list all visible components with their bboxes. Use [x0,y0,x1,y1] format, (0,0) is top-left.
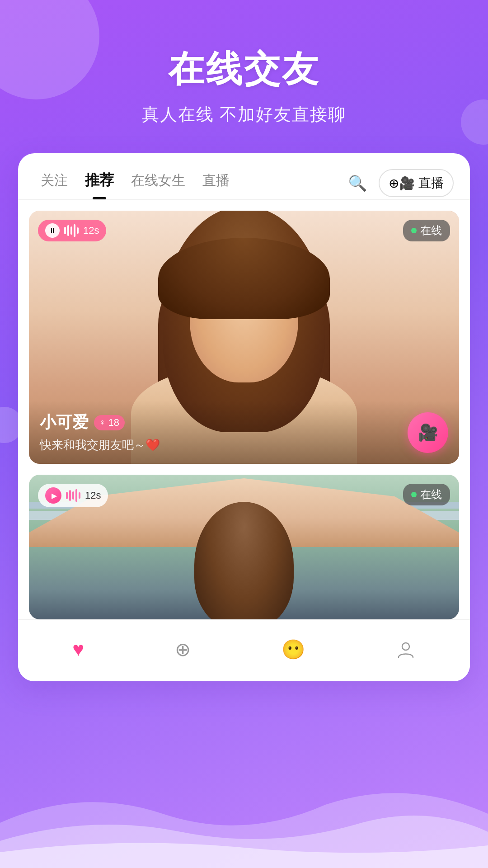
card1-info: 小可爱 ♀ 18 快来和我交朋友吧～❤️ [29,401,459,464]
user-bio: 快来和我交朋友吧～❤️ [40,437,448,453]
wave-bar-3 [70,226,72,235]
user-card-1[interactable]: 12s 在线 小可爱 ♀ 18 快来和我交朋友吧～❤️ [29,211,459,464]
header-subtitle: 真人在线 不加好友直接聊 [18,103,470,126]
header-title: 在线交友 [18,45,470,94]
user-age: 18 [108,417,119,429]
waveform-2 [66,489,80,502]
card2-online-status: 在线 [403,484,450,505]
wave-bar2-5 [79,492,80,499]
tab-follow[interactable]: 关注 [34,168,74,199]
user-name: 小可爱 [40,411,89,434]
gender-icon: ♀ [99,418,106,427]
live-button-label: 直播 [418,175,444,192]
wave-bar-1 [64,227,66,234]
card1-online-status: 在线 [403,220,450,241]
online-indicator [411,228,417,233]
wave-bar2-4 [75,489,77,502]
user-name-row: 小可爱 ♀ 18 [40,411,448,434]
camera-icon: ⊕🎥 [389,176,415,191]
tab-online-girls[interactable]: 在线女生 [125,168,192,199]
wave-bar-4 [74,224,75,237]
online-indicator-2 [411,492,417,497]
tab-live[interactable]: 直播 [196,168,236,199]
wave-bar-2 [67,225,69,236]
card1-timer: 12s [83,225,99,236]
play-icon[interactable] [45,487,61,504]
card2-timer: 12s [85,490,101,501]
video-call-button[interactable] [408,412,448,453]
profile-icon [396,639,416,659]
main-card: 关注 推荐 在线女生 直播 🔍 ⊕🎥 直播 [18,153,470,681]
pause-icon[interactable] [45,223,60,238]
card2-online-text: 在线 [420,487,442,502]
nav-item-profile[interactable] [387,635,425,664]
planet-icon: ⊕ [175,638,191,660]
wave-bar2-3 [72,491,74,500]
waveform [64,224,79,237]
heart-icon: ♥ [72,638,84,660]
content-area: 12s 在线 小可爱 ♀ 18 快来和我交朋友吧～❤️ [18,200,470,619]
nav-item-explore[interactable]: ⊕ [166,634,200,665]
portrait-hair-front [158,238,330,319]
wave-bar2-2 [69,490,71,501]
nav-item-message[interactable]: 😶 [272,634,314,665]
search-icon[interactable]: 🔍 [344,170,371,196]
tab-recommend[interactable]: 推荐 [79,167,120,199]
nav-tabs: 关注 推荐 在线女生 直播 🔍 ⊕🎥 直播 [18,153,470,200]
card1-top-controls[interactable]: 12s [38,220,106,241]
chat-icon: 😶 [282,638,305,660]
nav-item-home[interactable]: ♥ [63,633,93,665]
wave-bar-5 [77,227,79,234]
header: 在线交友 真人在线 不加好友直接聊 [0,0,488,153]
user-card-2[interactable]: 12s 在线 [29,475,459,619]
svg-point-0 [402,643,409,650]
card1-online-text: 在线 [420,223,442,238]
live-broadcast-button[interactable]: ⊕🎥 直播 [379,169,454,197]
user-gender-badge: ♀ 18 [94,415,125,430]
wave-bar2-1 [66,492,68,499]
bottom-navigation: ♥ ⊕ 😶 [18,619,470,681]
card2-top-controls[interactable]: 12s [38,484,108,507]
bg-wave-bottom [0,769,488,868]
